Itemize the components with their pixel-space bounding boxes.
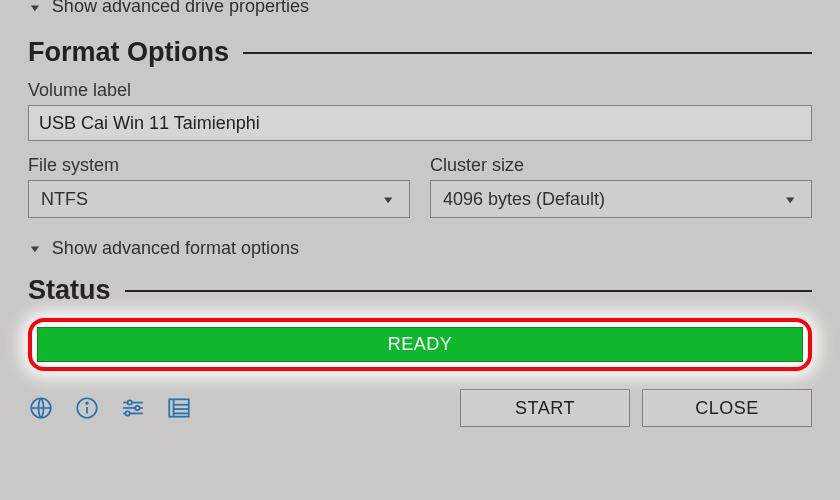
cluster-size-value: 4096 bytes (Default) [443,189,605,210]
log-icon[interactable] [166,395,192,421]
file-system-field: File system NTFS ▼ [28,155,410,218]
chevron-down-icon: ▼ [28,1,42,12]
status-heading: Status [28,275,111,306]
svg-point-5 [128,400,132,404]
volume-label-caption: Volume label [28,80,812,101]
chevron-down-icon: ▼ [783,193,797,204]
footer-buttons: START CLOSE [460,389,812,427]
file-system-select[interactable]: NTFS ▼ [28,180,410,218]
section-rule [125,290,812,292]
globe-icon[interactable] [28,395,54,421]
format-options-heading: Format Options [28,37,229,68]
format-options-header: Format Options [28,37,812,68]
file-system-caption: File system [28,155,410,176]
footer-icons [28,395,192,421]
footer: START CLOSE [28,389,812,427]
drive-advanced-expander[interactable]: ▼ Show advanced drive properties [28,0,812,23]
start-button[interactable]: START [460,389,630,427]
status-bar-highlight: READY [28,318,812,371]
close-button[interactable]: CLOSE [642,389,812,427]
chevron-down-icon: ▼ [28,243,42,254]
volume-label-input[interactable] [28,105,812,141]
chevron-down-icon: ▼ [381,193,395,204]
svg-point-7 [135,406,139,410]
settings-sliders-icon[interactable] [120,395,146,421]
cluster-size-caption: Cluster size [430,155,812,176]
status-bar: READY [37,327,803,362]
drive-advanced-label: Show advanced drive properties [52,0,309,17]
status-header: Status [28,275,812,306]
cluster-size-select[interactable]: 4096 bytes (Default) ▼ [430,180,812,218]
section-rule [243,52,812,54]
file-system-value: NTFS [41,189,88,210]
svg-point-9 [125,411,129,415]
format-advanced-expander[interactable]: ▼ Show advanced format options [28,232,812,265]
format-advanced-label: Show advanced format options [52,238,299,259]
status-value: READY [388,334,453,355]
svg-point-3 [86,402,88,404]
cluster-size-field: Cluster size 4096 bytes (Default) ▼ [430,155,812,218]
info-icon[interactable] [74,395,100,421]
volume-label-field: Volume label [28,80,812,141]
